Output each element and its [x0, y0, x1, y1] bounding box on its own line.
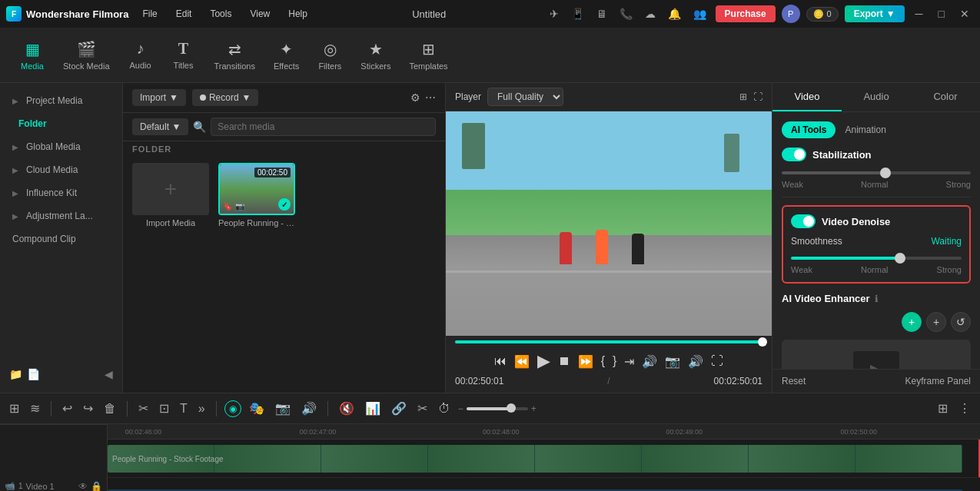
- info-icon[interactable]: ℹ: [875, 294, 879, 304]
- toolbar-templates[interactable]: ⊞ Templates: [401, 35, 455, 75]
- toolbar-transitions[interactable]: ⇄ Transitions: [207, 35, 263, 75]
- grid-view-icon[interactable]: ⊞: [739, 91, 747, 102]
- bell-icon[interactable]: 🔔: [665, 6, 684, 22]
- silence-icon[interactable]: 🔇: [336, 400, 357, 417]
- search-input[interactable]: [211, 118, 436, 136]
- step-back-button[interactable]: ⏪: [514, 354, 530, 369]
- export-button[interactable]: Export ▼: [845, 5, 905, 22]
- phone-icon[interactable]: 📞: [616, 6, 636, 22]
- toolbar-stock-media[interactable]: 🎬 Stock Media: [55, 35, 118, 75]
- add-media-icon[interactable]: 📄: [27, 368, 40, 380]
- add-folder-icon[interactable]: 📁: [9, 368, 22, 380]
- minus-icon[interactable]: −: [458, 403, 463, 414]
- collapse-panel-icon[interactable]: ◀: [105, 368, 113, 380]
- play-button[interactable]: ▶: [537, 351, 550, 371]
- toolbar-audio[interactable]: ♪ Audio: [121, 35, 161, 75]
- menu-help[interactable]: Help: [284, 7, 312, 21]
- quality-select[interactable]: Full Quality: [487, 88, 563, 106]
- filter-icon[interactable]: ⚙: [410, 91, 420, 104]
- minimize-button[interactable]: ─: [911, 6, 928, 22]
- ai-tools-tab[interactable]: AI Tools: [782, 121, 835, 138]
- video-1-track-content[interactable]: People Running - Stock Footage: [108, 440, 980, 477]
- stabilization-slider[interactable]: [782, 171, 971, 174]
- sidebar-item-compound-clip[interactable]: Compound Clip: [0, 227, 122, 250]
- more-edits-icon[interactable]: »: [195, 400, 208, 417]
- device-icon[interactable]: 📱: [568, 6, 587, 22]
- lock-icon[interactable]: 🔒: [91, 481, 102, 492]
- grid-icon[interactable]: ⊞: [935, 400, 951, 417]
- menu-tools[interactable]: Tools: [205, 7, 236, 21]
- audio-1-track-content[interactable]: [108, 478, 980, 491]
- animation-tab[interactable]: Animation: [839, 121, 892, 138]
- kebab-icon[interactable]: ⋮: [955, 400, 974, 417]
- close-button[interactable]: ✕: [955, 6, 974, 22]
- toolbar-stickers[interactable]: ★ Stickers: [353, 35, 398, 75]
- waiting-link[interactable]: Waiting: [931, 236, 962, 247]
- menu-edit[interactable]: Edit: [171, 7, 197, 21]
- sidebar-item-adjustment[interactable]: ▶ Adjustment La...: [0, 204, 122, 227]
- sidebar-item-project-media[interactable]: ▶ Project Media: [0, 89, 122, 112]
- text-button[interactable]: T: [177, 400, 191, 417]
- redo-button[interactable]: ↪: [80, 400, 96, 417]
- profile-button[interactable]: P: [782, 5, 800, 23]
- sidebar-item-global-media[interactable]: ▶ Global Media: [0, 135, 122, 158]
- rewind-button[interactable]: ⏮: [494, 354, 507, 368]
- list-item[interactable]: + Import Media: [132, 163, 209, 227]
- stop-button[interactable]: ⏹: [558, 354, 570, 368]
- import-button[interactable]: Import ▼: [132, 89, 186, 106]
- motion-icon[interactable]: 🎭: [246, 400, 267, 417]
- tab-color[interactable]: Color: [911, 83, 980, 111]
- player-tab[interactable]: Player: [455, 91, 481, 102]
- split-icon[interactable]: ✂: [414, 400, 430, 417]
- insert-button[interactable]: ⇥: [624, 354, 634, 369]
- color-match-icon[interactable]: ◉: [224, 400, 241, 417]
- cloud-icon[interactable]: ☁: [642, 6, 659, 22]
- default-button[interactable]: Default ▼: [132, 118, 188, 135]
- tab-audio[interactable]: Audio: [842, 83, 911, 111]
- ai-refresh-button[interactable]: ↺: [951, 312, 971, 332]
- import-media-thumb[interactable]: +: [132, 163, 209, 215]
- sidebar-item-influence-kit[interactable]: ▶ Influence Kit: [0, 181, 122, 204]
- maximize-button[interactable]: □: [934, 6, 949, 22]
- delete-button[interactable]: 🗑: [101, 400, 119, 417]
- camera2-icon[interactable]: 📷: [272, 400, 294, 417]
- snapshot-button[interactable]: 📷: [665, 354, 680, 369]
- pip-button[interactable]: 🔊: [688, 354, 703, 369]
- record-button[interactable]: Record ▼: [192, 89, 259, 106]
- smoothness-slider[interactable]: [791, 257, 962, 260]
- crop-button[interactable]: ⊡: [156, 400, 172, 417]
- eye-icon[interactable]: 👁: [78, 481, 88, 492]
- keyframe-panel-button[interactable]: Keyframe Panel: [905, 376, 971, 386]
- stabilization-toggle[interactable]: [782, 148, 806, 161]
- list-item[interactable]: 00:02:50 🔖 📷 ✓ People Running - Stoc...: [218, 163, 295, 227]
- people-icon[interactable]: 👥: [690, 6, 709, 22]
- tab-video[interactable]: Video: [772, 83, 842, 111]
- ai-add-button[interactable]: +: [926, 312, 946, 332]
- share-icon[interactable]: ✈: [546, 6, 562, 22]
- undo-button[interactable]: ↩: [59, 400, 75, 417]
- purchase-button[interactable]: Purchase: [716, 5, 776, 22]
- progress-bar[interactable]: [455, 340, 762, 343]
- more-options-icon[interactable]: ⋯: [425, 91, 436, 104]
- voice-icon[interactable]: 🔊: [298, 400, 320, 417]
- speed-icon[interactable]: ⏱: [435, 400, 453, 417]
- mark-out-button[interactable]: }: [613, 354, 616, 368]
- ai-plus-button[interactable]: +: [902, 312, 922, 332]
- monitor-icon[interactable]: 🖥: [593, 6, 610, 22]
- people-running-thumb[interactable]: 00:02:50 🔖 📷 ✓: [218, 163, 295, 215]
- clip-join-icon[interactable]: 🔗: [388, 400, 410, 417]
- ripple-icon[interactable]: ≋: [27, 400, 43, 417]
- scene-detect-icon[interactable]: ⊞: [6, 400, 22, 417]
- voice-button[interactable]: 🔊: [642, 354, 657, 369]
- fullscreen-icon[interactable]: ⛶: [753, 91, 762, 102]
- toolbar-media[interactable]: ▦ Media: [12, 35, 52, 75]
- mark-in-button[interactable]: {: [601, 354, 605, 368]
- menu-file[interactable]: File: [138, 7, 161, 21]
- sidebar-item-folder[interactable]: Folder: [0, 112, 122, 135]
- add-track-icon[interactable]: 📊: [362, 400, 384, 417]
- toolbar-filters[interactable]: ◎ Filters: [310, 35, 350, 75]
- plus-icon[interactable]: +: [531, 403, 537, 414]
- video-clip[interactable]: People Running - Stock Footage: [108, 445, 962, 473]
- menu-view[interactable]: View: [245, 7, 274, 21]
- step-forward-button[interactable]: ⏩: [578, 354, 593, 369]
